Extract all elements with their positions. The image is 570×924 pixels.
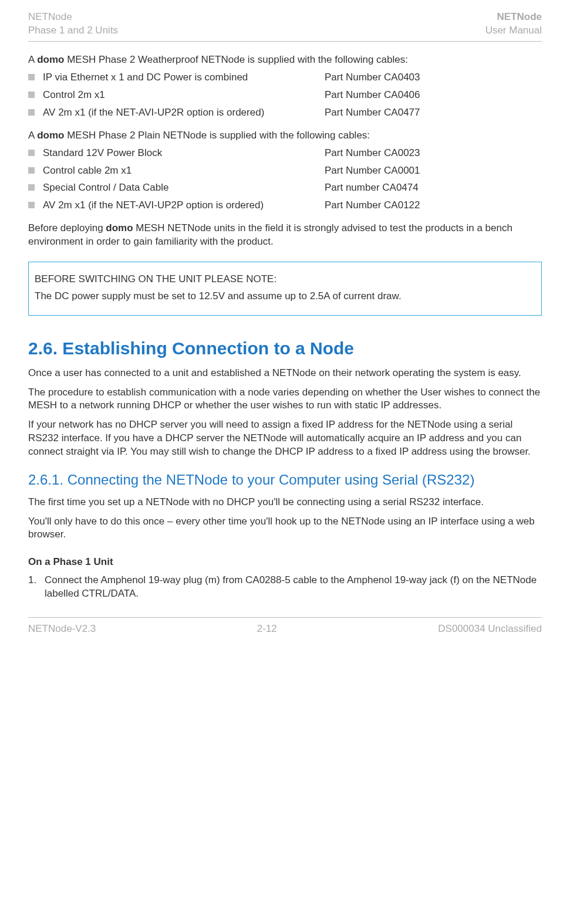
step-number: 1. — [28, 574, 45, 601]
note-box: BEFORE SWITCHING ON THE UNIT PLEASE NOTE… — [28, 262, 542, 316]
header-left-line2: Phase 1 and 2 Units — [28, 24, 118, 38]
section-2-6-p3: If your network has no DHCP server you w… — [28, 418, 542, 459]
list-item: Control cable 2m x1Part Number CA0001 — [28, 164, 542, 178]
header-right: NETNode User Manual — [485, 11, 542, 38]
header-right-line1: NETNode — [485, 11, 542, 24]
square-bullet-icon — [28, 74, 35, 80]
section-2-6-1-p2: You'll only have to do this once – every… — [28, 515, 542, 542]
note-line1: BEFORE SWITCHING ON THE UNIT PLEASE NOTE… — [35, 273, 535, 286]
phase1-heading: On a Phase 1 Unit — [28, 556, 542, 569]
page-footer: NETNode-V2.3 2-12 DS000034 Unclassified — [28, 622, 542, 636]
list-item: AV 2m x1 (if the NET-AVI-UP2P option is … — [28, 199, 542, 212]
section-b-list: Standard 12V Power BlockPart Number CA00… — [28, 147, 542, 213]
deployment-advice: Before deploying domo MESH NETNode units… — [28, 222, 542, 249]
section-2-6-1-title: 2.6.1. Connecting the NETNode to your Co… — [28, 471, 542, 489]
list-item: Standard 12V Power BlockPart Number CA00… — [28, 147, 542, 160]
section-2-6-title: 2.6. Establishing Connection to a Node — [28, 337, 542, 361]
square-bullet-icon — [28, 184, 35, 191]
header-right-line2: User Manual — [485, 24, 542, 38]
section-b-intro: A domo MESH Phase 2 Plain NETNode is sup… — [28, 129, 542, 143]
note-line2: The DC power supply must be set to 12.5V… — [35, 290, 535, 303]
header-left: NETNode Phase 1 and 2 Units — [28, 11, 118, 38]
header-left-line1: NETNode — [28, 11, 118, 24]
footer-center: 2-12 — [257, 622, 277, 636]
square-bullet-icon — [28, 150, 35, 156]
list-item: AV 2m x1 (if the NET-AVI-UP2R option is … — [28, 106, 542, 120]
section-2-6-1-p1: The first time you set up a NETNode with… — [28, 496, 542, 509]
section-a-list: IP via Ethernet x 1 and DC Power is comb… — [28, 71, 542, 120]
list-item: Special Control / Data CablePart number … — [28, 181, 542, 195]
list-item: 1. Connect the Amphenol 19-way plug (m) … — [28, 574, 542, 601]
section-a-intro: A domo MESH Phase 2 Weatherproof NETNode… — [28, 53, 542, 67]
step-text: Connect the Amphenol 19-way plug (m) fro… — [45, 574, 542, 601]
phase1-steps: 1. Connect the Amphenol 19-way plug (m) … — [28, 574, 542, 601]
square-bullet-icon — [28, 92, 35, 98]
section-2-6-p2: The procedure to establish communication… — [28, 386, 542, 413]
list-item: IP via Ethernet x 1 and DC Power is comb… — [28, 71, 542, 84]
header-rule — [28, 41, 542, 42]
square-bullet-icon — [28, 109, 35, 116]
square-bullet-icon — [28, 167, 35, 174]
footer-left: NETNode-V2.3 — [28, 622, 96, 636]
square-bullet-icon — [28, 202, 35, 208]
footer-rule — [28, 617, 542, 618]
footer-right: DS000034 Unclassified — [438, 622, 542, 636]
section-2-6-p1: Once a user has connected to a unit and … — [28, 367, 542, 380]
list-item: Control 2m x1Part Number CA0406 — [28, 89, 542, 102]
page-header: NETNode Phase 1 and 2 Units NETNode User… — [28, 11, 542, 38]
